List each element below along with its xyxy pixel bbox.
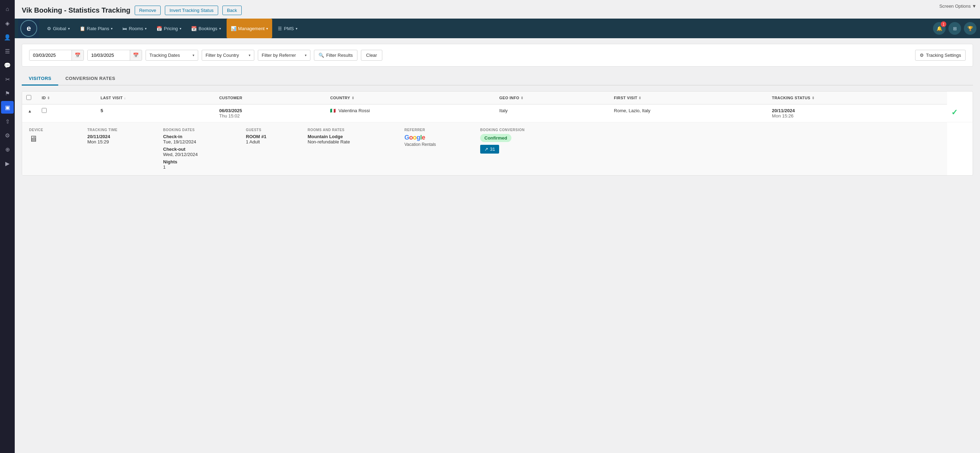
tabs: VISITORS CONVERSION RATES (22, 72, 973, 86)
th-customer: CUSTOMER (215, 92, 326, 105)
bookings-icon: 📆 (191, 26, 197, 31)
tracking-time-day: Mon 15:29 (88, 139, 158, 145)
table-header-row: ID ⇕ LAST VISIT ↓ CUSTOMER COUNTRY ⇕ (22, 92, 973, 105)
booking-id: 31 (490, 146, 495, 152)
nav-item-bookings[interactable]: 📆 Bookings ▾ (187, 19, 225, 38)
nav-item-global[interactable]: ⚙ Global ▾ (43, 19, 74, 38)
chevron-down-icon: ▾ (249, 53, 250, 57)
checkout-label: Check-out (163, 146, 186, 152)
checkin-date: Tue, 19/12/2024 (163, 139, 240, 145)
filter-results-button[interactable]: 🔍 Filter Results (314, 50, 357, 60)
device-label: DEVICE (29, 128, 82, 132)
chevron-down-icon: ▾ (296, 27, 298, 30)
sidebar-icon-booking[interactable]: ▣ (1, 101, 14, 114)
date-to-calendar-icon[interactable]: 📅 (130, 50, 142, 60)
sidebar-icon-content[interactable]: ☰ (1, 45, 14, 57)
detail-referrer-col: REFERRER Google Vacation Rentals (404, 128, 474, 170)
sidebar-icon-share[interactable]: ⇧ (1, 115, 14, 128)
nav-item-management[interactable]: 📊 Management ▾ (227, 19, 272, 38)
detail-booking-dates-col: BOOKING DATES Check-in Tue, 19/12/2024 C… (163, 128, 240, 170)
tracking-status-check-icon: ✓ (951, 108, 958, 117)
sidebar-icon-play[interactable]: ▶ (1, 157, 14, 170)
nav-item-pms[interactable]: ☰ PMS ▾ (274, 19, 301, 38)
nights-label: Nights (163, 159, 177, 164)
filter-bar: 📅 📅 Tracking Dates ▾ Filter by Country ▾… (22, 44, 973, 67)
rooms-rates-label: ROOMS AND RATES (308, 128, 399, 132)
filter-country-select[interactable]: Filter by Country ▾ (202, 50, 254, 60)
desktop-device-icon: 🖥 (29, 134, 82, 144)
th-last-visit[interactable]: LAST VISIT ↓ (97, 92, 215, 105)
management-icon: 📊 (231, 26, 236, 31)
th-tracking-status[interactable]: TRACKING STATUS ⇕ (768, 92, 947, 105)
date-from-calendar-icon[interactable]: 📅 (72, 50, 83, 60)
sidebar-icon-comments[interactable]: 💬 (1, 59, 14, 72)
sidebar-icon-settings[interactable]: ⚙ (1, 129, 14, 141)
tracking-dates-select[interactable]: Tracking Dates ▾ (146, 50, 198, 60)
date-from-input[interactable] (29, 50, 72, 60)
select-all-checkbox[interactable] (26, 95, 31, 100)
date-from-field[interactable]: 📅 (29, 50, 84, 60)
tracking-settings-button[interactable]: ⚙ Tracking Settings (915, 50, 966, 60)
clear-button[interactable]: Clear (361, 50, 382, 60)
trophy-button[interactable]: 🏆 (964, 22, 977, 35)
select-all-column (22, 92, 38, 105)
row-geo-info-cell: Rome, Lazio, Italy (609, 105, 768, 122)
screen-options-button[interactable]: Screen Options ▼ (939, 3, 977, 9)
row-expand-button[interactable]: ▲ (26, 108, 33, 114)
search-icon: 🔍 (318, 52, 324, 58)
invert-tracking-button[interactable]: Invert Tracking Status (165, 6, 218, 15)
last-visit-date: 06/03/2025 (219, 108, 322, 113)
nav-bar: e ⚙ Global ▾ 📋 Rate Plans ▾ 🛏 Rooms ▾ 📅 … (15, 19, 980, 38)
booking-dates-label: BOOKING DATES (163, 128, 240, 132)
th-country[interactable]: COUNTRY ⇕ (326, 92, 495, 105)
row-first-visit-cell: 20/11/2024 Mon 15:26 (768, 105, 947, 122)
sort-icon: ↓ (124, 96, 126, 100)
row-checkbox[interactable] (42, 108, 47, 113)
notifications-button[interactable]: 🔔 1 (933, 22, 946, 35)
rate-plan: Non-refundable Rate (308, 139, 399, 145)
remove-button[interactable]: Remove (135, 6, 161, 15)
chevron-down-icon: ▾ (145, 27, 146, 30)
tabs-container: VISITORS CONVERSION RATES (22, 72, 973, 86)
date-to-input[interactable] (88, 50, 130, 60)
sidebar-icon-stats[interactable]: ◈ (1, 17, 14, 29)
sort-icon: ⇕ (352, 96, 354, 100)
customer-name: Valentina Rossi (339, 108, 370, 113)
date-to-field[interactable]: 📅 (88, 50, 142, 60)
detail-cell: DEVICE 🖥 TRACKING TIME 20/11/2024 Mon 15… (22, 122, 947, 176)
filter-referrer-select[interactable]: Filter by Referrer ▾ (258, 50, 310, 60)
chevron-down-icon: ▾ (192, 53, 194, 57)
tab-conversion-rates[interactable]: CONVERSION RATES (58, 72, 122, 86)
external-link-icon: ↗ (484, 146, 488, 152)
nav-item-rooms[interactable]: 🛏 Rooms ▾ (118, 19, 151, 38)
first-visit-day: Mon 15:26 (772, 113, 943, 119)
rooms-icon: 🛏 (123, 26, 127, 31)
detail-device-col: DEVICE 🖥 (29, 128, 82, 170)
sort-icon: ⇕ (47, 96, 50, 100)
sidebar-icon-plugin[interactable]: ⊕ (1, 143, 14, 156)
pricing-icon: 📅 (156, 26, 162, 31)
nav-logo: e (18, 19, 39, 38)
table-row: ▲ 5 06/03/2025 Thu 15:02 🇮🇹 Valentina (22, 105, 973, 122)
row-id-cell: 5 (97, 105, 215, 122)
sidebar-icon-analytics[interactable]: ⚑ (1, 87, 14, 100)
sidebar-icon-users[interactable]: 👤 (1, 31, 14, 43)
detail-rooms-rates-col: ROOMS AND RATES Mountain Lodge Non-refun… (308, 128, 399, 170)
sort-icon: ⇕ (638, 96, 641, 100)
back-button[interactable]: Back (223, 6, 242, 15)
sidebar-icon-home[interactable]: ⌂ (1, 3, 14, 16)
sidebar-icon-tools[interactable]: ✂ (1, 73, 14, 86)
row-toggle-cell: ▲ (22, 105, 38, 122)
tab-visitors[interactable]: VISITORS (22, 72, 58, 86)
apps-button[interactable]: ⊞ (948, 22, 961, 35)
th-geo-info[interactable]: GEO INFO ⇕ (495, 92, 610, 105)
th-first-visit[interactable]: FIRST VISIT ⇕ (609, 92, 768, 105)
nav-item-rate-plans[interactable]: 📋 Rate Plans ▾ (75, 19, 117, 38)
detail-guests-col: GUESTS ROOM #1 1 Adult (246, 128, 302, 170)
row-check-cell (38, 105, 97, 122)
nav-item-pricing[interactable]: 📅 Pricing ▾ (152, 19, 186, 38)
rate-plans-icon: 📋 (80, 26, 85, 31)
booking-id-button[interactable]: ↗ 31 (480, 145, 499, 154)
detail-grid: DEVICE 🖥 TRACKING TIME 20/11/2024 Mon 15… (29, 128, 940, 170)
th-id[interactable]: ID ⇕ (38, 92, 97, 105)
